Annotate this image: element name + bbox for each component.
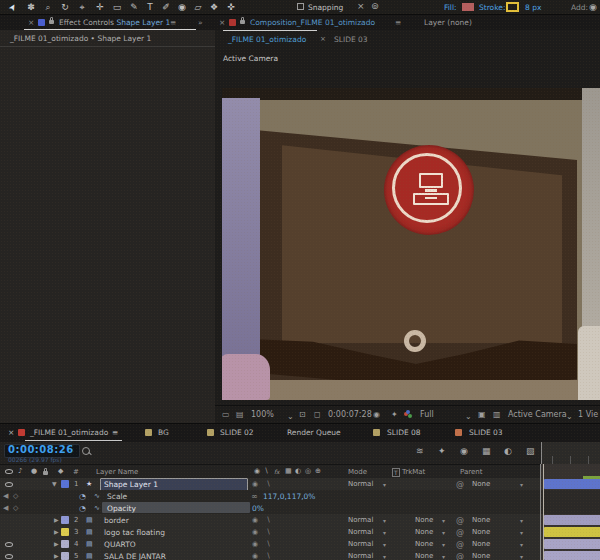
trkmat-select[interactable]: None (415, 516, 433, 524)
layer-name[interactable]: border (104, 516, 129, 525)
parent-chevron-icon[interactable]: ▾ (520, 541, 523, 548)
link-dimensions-icon[interactable]: ∞ (251, 492, 258, 501)
parent-pickwhip-icon[interactable]: @ (456, 540, 464, 549)
timeline-tab-close-icon[interactable]: × (8, 428, 14, 437)
orbit-camera-tool-button[interactable]: ⌖ (75, 2, 89, 13)
shy-icon[interactable]: ◉ (252, 552, 258, 560)
graph-editor-icon[interactable]: ▧ (526, 447, 535, 456)
parent-select[interactable]: None (472, 480, 490, 488)
shy-icon[interactable]: ◉ (252, 540, 258, 548)
resolution-select[interactable]: Full (420, 410, 434, 420)
main-viewer-icon[interactable]: ▤ (236, 410, 244, 420)
layer-duration-bar[interactable] (544, 527, 600, 537)
parent-chevron-icon[interactable]: ▾ (520, 481, 523, 488)
trkmat-column-header[interactable]: TrkMat (402, 468, 425, 476)
zoom-tool-button[interactable]: ⌕ (41, 2, 55, 13)
quality-icon[interactable]: ∖ (266, 540, 270, 548)
view-layout-select[interactable]: 1 Vie (578, 410, 598, 420)
layer-name[interactable]: logo tac floating (104, 528, 165, 537)
hide-shy-icon[interactable]: ◉ (460, 447, 468, 456)
mode-chevron-icon[interactable]: ▾ (383, 529, 386, 536)
timeline-tab-slide02[interactable]: SLIDE 02 (220, 428, 254, 437)
mode-chevron-icon[interactable]: ▾ (383, 541, 386, 548)
label-color-swatch[interactable] (61, 552, 69, 560)
shy-icon[interactable]: ◉ (252, 480, 258, 488)
stopwatch-icon[interactable]: ◔ (79, 504, 86, 513)
current-time-indicator[interactable] (543, 464, 544, 560)
hand-tool-button[interactable]: ✽ (24, 2, 38, 13)
safe-margins-icon[interactable]: ⊡ (299, 410, 306, 420)
tab-layer[interactable]: Layer (none) (424, 18, 472, 27)
label-color-swatch[interactable] (61, 516, 69, 524)
parent-select[interactable]: None (472, 540, 490, 548)
layer-row-sala-de-jantar[interactable]: ▶ 5 ▤ SALA DE JANTAR ◉ ∖ Normal ▾ None ▾… (0, 550, 540, 560)
parent-pickwhip-icon[interactable]: @ (456, 552, 464, 560)
pixel-aspect-icon[interactable]: ▥ (493, 410, 501, 420)
viewer-tab-slide03[interactable]: SLIDE 03 (334, 35, 368, 44)
disclosure-triangle[interactable]: ▶ (54, 516, 59, 523)
eraser-tool-button[interactable]: ▱ (191, 2, 205, 13)
graph-icon[interactable]: ∿ (94, 492, 100, 500)
layer-duration-bar[interactable] (544, 479, 600, 489)
preview-time-value[interactable]: 0:00:07:28 (328, 410, 372, 420)
composition-close-icon[interactable]: × (219, 18, 225, 27)
visibility-eye[interactable] (5, 542, 13, 547)
comp-flowchart-icon[interactable]: ≋ (416, 447, 424, 456)
search-icon[interactable] (82, 447, 90, 455)
pen-tool-button[interactable]: ✎ (127, 2, 141, 13)
parent-select[interactable]: None (472, 552, 490, 560)
camera-view-select[interactable]: Active Camera (508, 410, 567, 420)
layer-name[interactable]: Shape Layer 1 (104, 480, 158, 489)
trkmat-chevron-icon[interactable]: ▾ (442, 553, 445, 560)
add-keyframe-icon[interactable]: ◇ (13, 492, 18, 500)
parent-select[interactable]: None (472, 528, 490, 536)
selection-tool-button[interactable]: ➤ (5, 0, 22, 16)
timeline-tab-filme01[interactable]: _FILME 01_otimizado (30, 428, 108, 437)
mode-chevron-icon[interactable]: ▾ (383, 481, 386, 488)
region-of-interest-icon[interactable]: ▣ (478, 410, 486, 420)
mode-select[interactable]: Normal (348, 516, 373, 524)
fill-color-swatch[interactable] (462, 3, 474, 11)
layer-duration-bar[interactable] (544, 551, 600, 560)
magnification-chevron-icon[interactable]: ⌄ (287, 412, 294, 422)
pan-behind-tool-button[interactable]: ✛ (93, 2, 107, 13)
timeline-tab-bg[interactable]: BG (158, 428, 169, 437)
mask-visibility-icon[interactable]: ◻ (314, 410, 321, 420)
stroke-width-value[interactable]: 8 px (525, 3, 541, 12)
visibility-eye[interactable] (5, 482, 13, 487)
draft-3d-icon[interactable]: ✦ (438, 447, 446, 456)
magnification-value[interactable]: 100% (251, 410, 274, 420)
mode-select[interactable]: Normal (348, 528, 373, 536)
composition-lock-icon[interactable] (240, 20, 245, 24)
stopwatch-icon[interactable]: ◔ (79, 492, 86, 501)
mode-select[interactable]: Normal (348, 480, 373, 488)
disclosure-triangle[interactable]: ▶ (54, 552, 59, 559)
disclosure-triangle[interactable]: ▼ (52, 480, 57, 487)
prev-keyframe-icon[interactable]: ◀ (3, 504, 8, 512)
shy-icon[interactable]: ◉ (252, 516, 258, 524)
clone-stamp-tool-button[interactable]: ◉ (175, 2, 189, 13)
mode-select[interactable]: Normal (348, 552, 373, 560)
composition-viewport-image[interactable] (222, 88, 600, 400)
prev-keyframe-icon[interactable]: ◀ (3, 492, 8, 500)
viewer-tab-close-icon[interactable]: × (320, 35, 326, 43)
fill-label[interactable]: Fill: (444, 3, 457, 12)
mode-chevron-icon[interactable]: ▾ (383, 553, 386, 560)
layer-name[interactable]: QUARTO (104, 540, 136, 549)
disclosure-triangle[interactable]: ▶ (54, 540, 59, 547)
effect-controls-menu-icon[interactable]: ≡ (170, 18, 176, 27)
scale-value[interactable]: 117,0,117,0% (263, 492, 315, 501)
parent-chevron-icon[interactable]: ▾ (520, 553, 523, 560)
layer-name[interactable]: SALA DE JANTAR (104, 552, 166, 560)
parent-pickwhip-icon[interactable]: @ (456, 516, 464, 525)
snapping-checkbox[interactable] (297, 3, 304, 10)
property-name[interactable]: Scale (107, 492, 127, 501)
quality-icon[interactable]: ∖ (266, 528, 270, 536)
stroke-label[interactable]: Stroke: (479, 3, 505, 12)
mode-chevron-icon[interactable]: ▾ (383, 517, 386, 524)
layer-duration-bar[interactable] (544, 515, 600, 525)
timeline-graph-area[interactable] (540, 464, 600, 560)
parent-pickwhip-icon[interactable]: @ (456, 480, 464, 489)
frame-blend-icon[interactable]: ▦ (482, 447, 491, 456)
timeline-tab-slide03[interactable]: SLIDE 03 (469, 428, 503, 437)
